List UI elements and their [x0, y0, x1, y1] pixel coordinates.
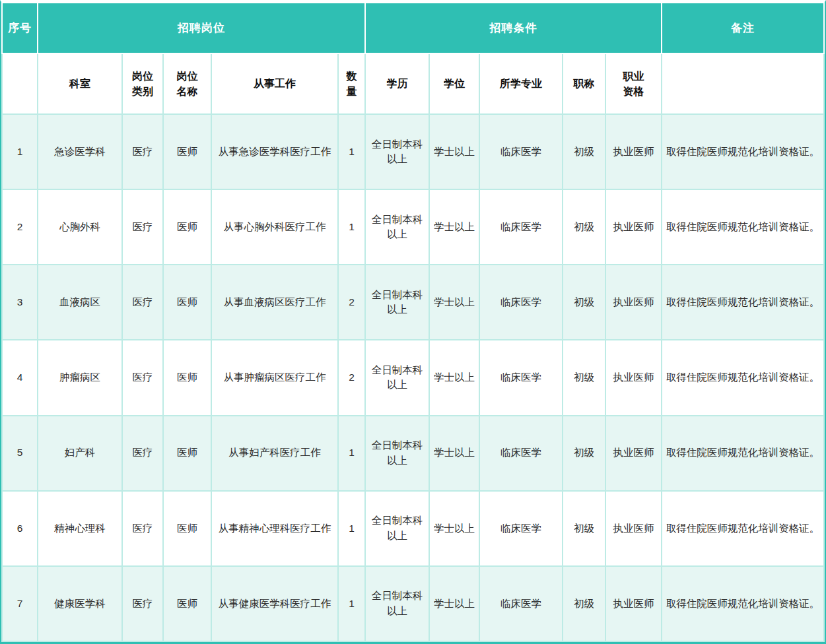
cell-professional-rank: 初级	[563, 189, 605, 265]
cell-education: 全日制本科以上	[365, 340, 429, 415]
cell-degree: 学士以上	[429, 566, 479, 641]
cell-department: 心胸外科	[38, 189, 122, 265]
table-body: 1 急诊医学科 医疗 医师 从事急诊医学科医疗工作 1 全日制本科以上 学士以上…	[2, 114, 824, 641]
cell-qualification: 执业医师	[605, 265, 662, 340]
cell-professional-rank: 初级	[563, 566, 605, 641]
cell-degree: 学士以上	[429, 491, 479, 566]
cell-headcount: 2	[338, 340, 365, 415]
cell-degree: 学士以上	[429, 340, 479, 415]
table-row: 4 肿瘤病区 医疗 医师 从事肿瘤病区医疗工作 2 全日制本科以上 学士以上 临…	[2, 340, 824, 415]
subheader-work: 从事工作	[211, 53, 338, 114]
cell-degree: 学士以上	[429, 114, 479, 189]
cell-headcount: 1	[338, 491, 365, 566]
cell-education: 全日制本科以上	[365, 265, 429, 340]
cell-remark: 取得住院医师规范化培训资格证。	[662, 566, 824, 641]
cell-remark: 取得住院医师规范化培训资格证。	[662, 189, 824, 265]
cell-position-title: 医师	[163, 189, 211, 265]
cell-major: 临床医学	[479, 566, 563, 641]
cell-serial: 2	[2, 189, 38, 265]
cell-position-category: 医疗	[122, 340, 163, 415]
subheader-rank: 职称	[563, 53, 605, 114]
cell-department: 肿瘤病区	[38, 340, 122, 415]
cell-serial: 1	[2, 114, 38, 189]
subheader-category: 岗位 类别	[122, 53, 163, 114]
cell-major: 临床医学	[479, 114, 563, 189]
cell-qualification: 执业医师	[605, 189, 662, 265]
table-row: 7 健康医学科 医疗 医师 从事健康医学科医疗工作 1 全日制本科以上 学士以上…	[2, 566, 824, 641]
cell-work-description: 从事肿瘤病区医疗工作	[211, 340, 338, 415]
cell-qualification: 执业医师	[605, 566, 662, 641]
cell-professional-rank: 初级	[563, 416, 605, 491]
cell-headcount: 2	[338, 265, 365, 340]
cell-headcount: 1	[338, 566, 365, 641]
subheader-blank-remark	[662, 53, 824, 114]
cell-position-title: 医师	[163, 265, 211, 340]
cell-professional-rank: 初级	[563, 114, 605, 189]
cell-work-description: 从事妇产科医疗工作	[211, 416, 338, 491]
header-remark: 备注	[662, 3, 824, 53]
cell-work-description: 从事血液病区医疗工作	[211, 265, 338, 340]
cell-serial: 3	[2, 265, 38, 340]
cell-remark: 取得住院医师规范化培训资格证。	[662, 491, 824, 566]
subheader-title: 岗位 名称	[163, 53, 211, 114]
subheader-count: 数量	[338, 53, 365, 114]
cell-degree: 学士以上	[429, 416, 479, 491]
cell-major: 临床医学	[479, 189, 563, 265]
cell-position-title: 医师	[163, 491, 211, 566]
cell-degree: 学士以上	[429, 265, 479, 340]
cell-serial: 7	[2, 566, 38, 641]
cell-department: 血液病区	[38, 265, 122, 340]
cell-position-category: 医疗	[122, 114, 163, 189]
cell-education: 全日制本科以上	[365, 189, 429, 265]
cell-remark: 取得住院医师规范化培训资格证。	[662, 416, 824, 491]
group-header-row: 序号 招聘岗位 招聘条件 备注	[2, 3, 824, 53]
cell-education: 全日制本科以上	[365, 416, 429, 491]
cell-work-description: 从事心胸外科医疗工作	[211, 189, 338, 265]
cell-remark: 取得住院医师规范化培训资格证。	[662, 114, 824, 189]
cell-headcount: 1	[338, 416, 365, 491]
table-row: 2 心胸外科 医疗 医师 从事心胸外科医疗工作 1 全日制本科以上 学士以上 临…	[2, 189, 824, 265]
cell-work-description: 从事精神心理科医疗工作	[211, 491, 338, 566]
subheader-major: 所学专业	[479, 53, 563, 114]
cell-education: 全日制本科以上	[365, 566, 429, 641]
table-row: 3 血液病区 医疗 医师 从事血液病区医疗工作 2 全日制本科以上 学士以上 临…	[2, 265, 824, 340]
sub-header-row: 科室 岗位 类别 岗位 名称 从事工作 数量 学历 学位 所学专业 职称 职业 …	[2, 53, 824, 114]
cell-qualification: 执业医师	[605, 340, 662, 415]
cell-position-category: 医疗	[122, 265, 163, 340]
recruitment-table: 序号 招聘岗位 招聘条件 备注 科室 岗位 类别 岗位 名称 从事工作 数量 学…	[1, 2, 825, 642]
cell-department: 妇产科	[38, 416, 122, 491]
cell-professional-rank: 初级	[563, 340, 605, 415]
cell-major: 临床医学	[479, 491, 563, 566]
table-row: 5 妇产科 医疗 医师 从事妇产科医疗工作 1 全日制本科以上 学士以上 临床医…	[2, 416, 824, 491]
cell-qualification: 执业医师	[605, 114, 662, 189]
cell-serial: 4	[2, 340, 38, 415]
header-serial: 序号	[2, 3, 38, 53]
cell-remark: 取得住院医师规范化培训资格证。	[662, 340, 824, 415]
cell-serial: 6	[2, 491, 38, 566]
cell-position-category: 医疗	[122, 491, 163, 566]
cell-department: 健康医学科	[38, 566, 122, 641]
cell-professional-rank: 初级	[563, 491, 605, 566]
cell-headcount: 1	[338, 114, 365, 189]
cell-position-category: 医疗	[122, 189, 163, 265]
cell-department: 精神心理科	[38, 491, 122, 566]
cell-position-title: 医师	[163, 566, 211, 641]
cell-position-title: 医师	[163, 114, 211, 189]
cell-major: 临床医学	[479, 265, 563, 340]
cell-qualification: 执业医师	[605, 491, 662, 566]
cell-serial: 5	[2, 416, 38, 491]
cell-work-description: 从事健康医学科医疗工作	[211, 566, 338, 641]
cell-education: 全日制本科以上	[365, 491, 429, 566]
cell-position-category: 医疗	[122, 416, 163, 491]
cell-position-title: 医师	[163, 340, 211, 415]
subheader-education: 学历	[365, 53, 429, 114]
table-row: 6 精神心理科 医疗 医师 从事精神心理科医疗工作 1 全日制本科以上 学士以上…	[2, 491, 824, 566]
cell-degree: 学士以上	[429, 189, 479, 265]
cell-position-category: 医疗	[122, 566, 163, 641]
cell-headcount: 1	[338, 189, 365, 265]
cell-work-description: 从事急诊医学科医疗工作	[211, 114, 338, 189]
cell-professional-rank: 初级	[563, 265, 605, 340]
subheader-degree: 学位	[429, 53, 479, 114]
header-conditions-group: 招聘条件	[365, 3, 662, 53]
cell-qualification: 执业医师	[605, 416, 662, 491]
